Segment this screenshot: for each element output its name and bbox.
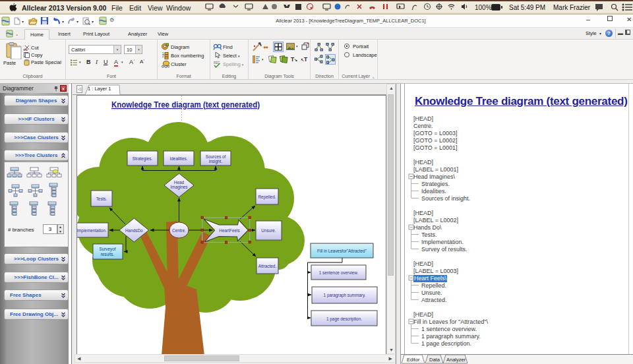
svg-text:Sources of: Sources of [206,154,226,159]
svg-text:Fill in Leavesfor"Attracted": Fill in Leavesfor"Attracted" [317,249,367,253]
svg-text:Centre.: Centre. [172,228,186,233]
svg-text:Analyzer: Analyzer [446,357,466,363]
svg-text:Head: Head [174,180,185,185]
svg-text:Data: Data [429,357,440,363]
svg-text:2: 2 [162,55,164,58]
svg-text:Knowledge Tree diagram (text g: Knowledge Tree diagram (text generated) [111,100,260,109]
svg-text:Unsure.: Unsure. [261,228,276,233]
svg-text:Attracted.: Attracted. [258,264,277,268]
svg-text:Editor: Editor [407,357,420,363]
svg-text:Tests.: Tests. [96,197,107,201]
svg-text:Strategies.: Strategies. [133,156,153,162]
svg-text:insight.: insight. [209,159,222,164]
svg-text:Imagines: Imagines [171,185,188,190]
svg-text:HandsDo: HandsDo [125,228,143,233]
svg-text:1 page description.: 1 page description. [326,317,362,322]
svg-text:Idealities.: Idealities. [170,156,188,161]
svg-text:HeartFeels: HeartFeels [219,228,239,233]
svg-text:1 sentence overview.: 1 sentence overview. [319,270,359,275]
svg-text:Implementation.: Implementation. [77,228,107,233]
svg-text:1 paragraph summary.: 1 paragraph summary. [324,293,366,298]
svg-text:Repelled.: Repelled. [258,195,276,200]
svg-text:Surveyof: Surveyof [99,247,115,252]
svg-text:results.: results. [101,252,115,257]
